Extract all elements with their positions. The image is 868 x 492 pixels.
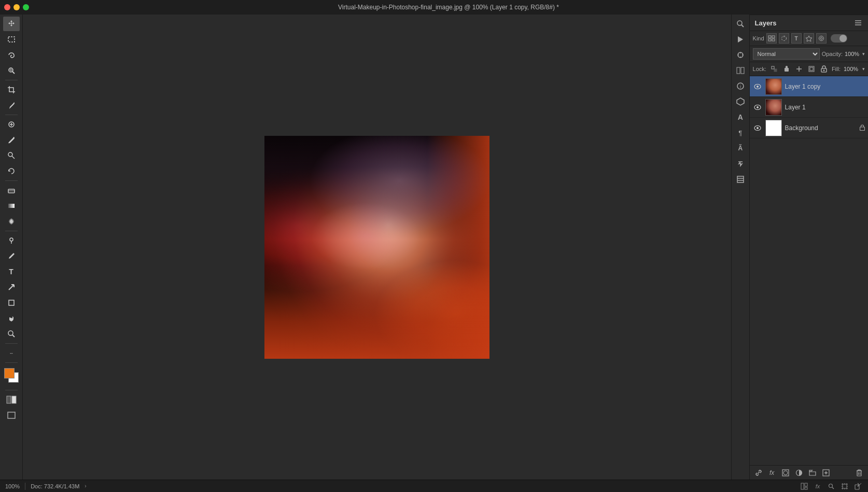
layer-item-layer-1-copy[interactable]: Layer 1 copy [750,76,868,97]
type-tool[interactable]: T [3,264,20,279]
filter-pixel-btn[interactable] [766,33,777,44]
canvas-container [264,136,489,359]
photo-simulation [264,136,489,359]
svg-point-10 [8,331,13,335]
svg-rect-47 [810,67,813,71]
canvas-image [264,136,489,359]
gradient-tool[interactable] [3,199,20,213]
svg-rect-41 [772,66,774,69]
dodge-tool[interactable] [3,233,20,248]
svg-rect-35 [768,39,771,41]
fill-adjustment-layer-btn[interactable] [793,467,805,479]
doc-info-arrow[interactable]: › [85,483,86,489]
separator-6 [5,362,18,363]
eraser-tool[interactable] [3,183,20,198]
svg-point-39 [819,36,823,41]
separator-2 [5,115,18,115]
paragraph-panel-icon[interactable]: ¶ [732,125,749,140]
filter-shape-btn[interactable] [804,33,814,44]
play-actions-icon[interactable] [732,32,749,47]
shape-tool[interactable] [3,296,20,310]
move-tool[interactable] [3,17,20,31]
create-group-btn[interactable] [807,467,818,479]
filter-smart-btn[interactable] [816,33,827,44]
effects-panel-icon[interactable] [732,94,749,109]
quick-select-tool[interactable] [3,63,20,78]
foreground-color-swatch[interactable] [4,368,15,378]
pen-tool[interactable] [3,249,20,263]
filter-toggle[interactable] [831,34,847,43]
screen-mode-btn[interactable] [3,408,20,423]
type-panel-icon[interactable]: A [732,110,749,124]
lock-all-btn[interactable] [819,64,829,74]
layer-item-layer-1[interactable]: Layer 1 [750,97,868,118]
hand-tool[interactable] [3,311,20,326]
opacity-label: Opacity: [822,51,843,57]
minimize-button[interactable] [13,4,20,10]
layers-menu-icon[interactable] [853,18,863,27]
clone-stamp-tool[interactable] [3,148,20,163]
extract-assets-icon[interactable] [732,157,749,171]
lock-artboards-btn[interactable] [807,64,816,74]
adjustments-panel-icon[interactable] [732,48,749,62]
opacity-value[interactable]: 100% [845,51,860,57]
layer-visibility-toggle[interactable] [753,103,762,112]
close-button[interactable] [4,4,10,10]
more-tools-btn[interactable]: ··· [3,346,20,360]
svg-point-15 [737,21,742,25]
marquee-tool[interactable] [3,32,20,47]
quick-mask-btn[interactable] [3,392,20,407]
left-toolbar: T ··· [0,15,23,480]
arrange-windows-btn[interactable] [800,482,809,491]
svg-rect-66 [801,483,804,489]
svg-line-70 [832,487,834,489]
status-bar: 100% Doc: 732.4K/1.43M › fx [0,480,868,492]
opacity-chevron[interactable]: ▾ [862,51,865,57]
filter-adjustment-btn[interactable] [779,33,789,44]
libraries-panel-icon[interactable] [732,172,749,187]
share-icon[interactable] [853,482,863,491]
healing-brush-tool[interactable] [3,117,20,132]
svg-point-4 [8,152,12,157]
svg-point-40 [820,37,822,39]
blur-tool[interactable] [3,214,20,229]
search-status-icon[interactable] [827,482,836,491]
lock-transparent-pixels-btn[interactable] [769,64,779,74]
filter-type-btn[interactable]: T [791,33,802,44]
layer-effects-btn[interactable]: fx [766,467,778,479]
new-layer-btn[interactable] [820,467,832,479]
link-layers-btn[interactable] [753,467,764,479]
eyedropper-tool[interactable] [3,98,20,113]
layers-filter-row: Kind T [750,31,868,46]
history-brush-tool[interactable] [3,164,20,178]
layer-lock-icon-background [860,124,865,132]
center-and-right: i A ¶ Ã [23,15,868,480]
fx-icon[interactable]: fx [813,482,822,491]
artboards-icon[interactable] [840,482,849,491]
info-panel-icon[interactable]: i [732,79,749,93]
lasso-tool[interactable] [3,48,20,62]
layer-item-background[interactable]: Background [750,118,868,138]
fill-chevron[interactable]: ▾ [862,66,865,72]
lock-position-btn[interactable] [794,64,804,74]
search-panel-icon[interactable] [732,17,749,31]
char-style-panel-icon[interactable]: Ã [732,141,749,156]
delete-layer-btn[interactable] [853,467,865,479]
layer-visibility-toggle[interactable] [753,123,762,133]
lock-image-pixels-btn[interactable] [782,64,791,74]
blend-mode-select[interactable]: Normal Multiply Screen Overlay [753,48,820,60]
zoom-tool[interactable] [3,327,20,341]
add-layer-mask-btn[interactable] [780,467,791,479]
svg-rect-71 [843,484,847,488]
maximize-button[interactable] [23,4,29,10]
path-selection-tool[interactable] [3,280,20,294]
channels-panel-icon[interactable] [732,63,749,78]
brush-tool[interactable] [3,133,20,147]
layer-visibility-toggle[interactable] [753,82,762,91]
svg-rect-34 [772,36,775,38]
crop-tool[interactable] [3,82,20,97]
canvas-area[interactable] [23,15,731,480]
fill-value[interactable]: 100% [844,66,859,72]
right-side-icons: i A ¶ Ã [731,15,749,480]
layers-bottom-toolbar: fx [750,465,868,480]
